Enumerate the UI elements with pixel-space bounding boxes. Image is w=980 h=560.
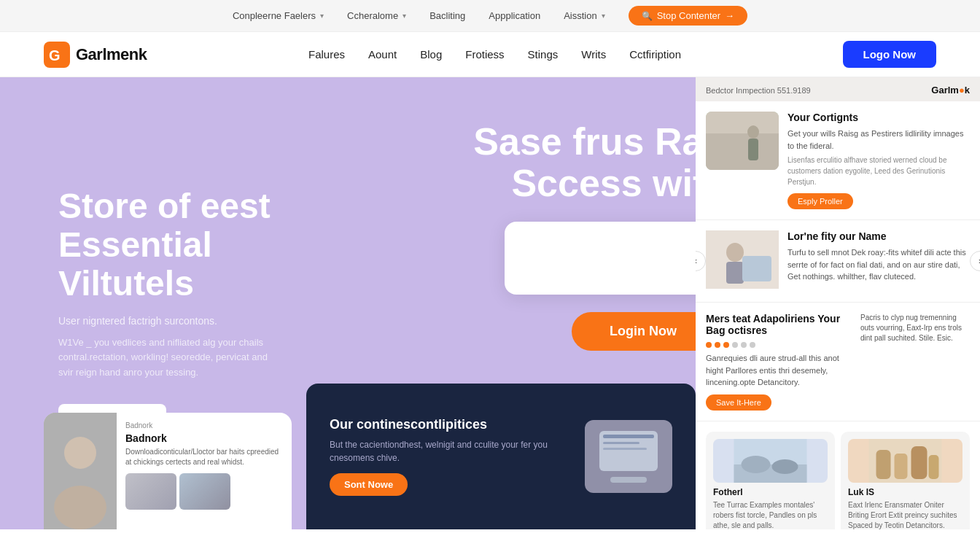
dot-1: [706, 342, 712, 348]
dark-card-title: Our continescontlipitices: [330, 417, 561, 432]
svg-rect-27: [929, 455, 939, 479]
top-announcement-bar: Conpleerne Faelers ▾ Ccheralome ▾ Baclit…: [0, 0, 980, 32]
hallway-image: [706, 112, 779, 170]
right-card-4-left-image: [713, 439, 828, 483]
svg-rect-25: [895, 454, 908, 479]
hero-heading: Store of eest Essential Viltutels: [58, 187, 277, 303]
preview-card-desc: Downloadiconticular/Lloctor bar haits cp…: [125, 447, 283, 467]
right-card-1-heading: Your Cortignts: [788, 112, 970, 123]
right-card-1-text: Your Cortignts Get your wills Raisg as P…: [788, 112, 970, 209]
main-navigation: G Garlmenk Falures Aount Blog Frotiess S…: [0, 32, 980, 77]
preview-card-images: [125, 473, 283, 510]
top-bar-item-2[interactable]: Ccheralome ▾: [347, 10, 406, 21]
svg-rect-24: [876, 450, 891, 479]
right-card-2-image: [706, 230, 779, 292]
svg-point-3: [64, 437, 96, 469]
dot-2: [715, 342, 720, 348]
svg-rect-10: [603, 448, 647, 450]
top-bar-item-3[interactable]: Bacliting: [429, 10, 465, 21]
device-svg: [585, 420, 672, 493]
logo-area[interactable]: G Garlmenk: [44, 42, 147, 68]
svg-rect-9: [603, 442, 639, 444]
preview-card-content: Badnork Badnork Downloadiconticular/Lloc…: [117, 413, 292, 529]
svg-rect-7: [610, 477, 647, 483]
nav-cta-button[interactable]: Logo Now: [843, 41, 936, 68]
right-panel-top-bar-text: Bedctor Inmpection 551.9189: [706, 86, 811, 95]
mini-image-2: [179, 473, 230, 510]
nav-item-frotiess[interactable]: Frotiess: [465, 48, 504, 61]
dark-card-cta-button[interactable]: Sont Nowe: [330, 473, 408, 496]
chevron-down-icon-1: ▾: [320, 12, 324, 20]
preview-card-name: Badnork: [125, 432, 283, 444]
dark-card-body: But the cacientiondhest, welnigit and cc…: [330, 438, 561, 464]
right-card-3-body: Ganrequies dli aure strud-all this anot …: [706, 352, 852, 389]
right-card-3-text: Mers teat Adapoliriens Your Bag octisres…: [706, 313, 852, 411]
nav-item-blog[interactable]: Blog: [420, 48, 442, 61]
top-bar-label-5: Aisstion: [564, 10, 597, 21]
svg-rect-12: [706, 133, 779, 170]
chevron-down-icon-5: ▾: [602, 12, 605, 20]
right-card-1-image: [706, 112, 779, 170]
travel-svg: [713, 439, 828, 483]
dot-4: [732, 342, 738, 348]
right-card-3-cta[interactable]: Save It-Here: [706, 394, 771, 411]
right-card-1: Your Cortignts Get your wills Raisg as P…: [696, 101, 980, 220]
right-card-3-images: Pacris to clyp nug tremenning outs vourr…: [860, 313, 970, 411]
mini-image-1: [125, 473, 176, 510]
right-card-3: Mers teat Adapoliriens Your Bag octisres…: [696, 303, 980, 421]
preview-card-badge: Badnork: [125, 421, 283, 429]
person-desk-image: [706, 230, 779, 289]
right-card-4-left: Fotherl Tee Turrac Examples montales' ro…: [706, 432, 835, 530]
svg-rect-14: [748, 139, 758, 160]
svg-point-21: [742, 456, 771, 473]
right-card-4-right: Luk IS Eaxt Irlenc Eransmater Oniter Bri…: [841, 432, 970, 530]
top-bar-cta-label: Stop Contenter: [657, 10, 720, 21]
preview-card-left: Badnork Badnork Downloadiconticular/Lloc…: [44, 413, 292, 529]
bottles-svg: [848, 439, 962, 483]
right-card-1-body: Get your wills Raisg as Pestirers lidlir…: [788, 128, 970, 152]
top-bar-item-5[interactable]: Aisstion ▾: [564, 10, 605, 21]
hero-bottom-cards: Badnork Badnork Downloadiconticular/Lloc…: [44, 384, 696, 529]
svg-rect-17: [726, 262, 744, 284]
right-panel: Bedctor Inmpection 551.9189 Garlm●k: [696, 77, 980, 529]
right-card-1-cta[interactable]: Esply Proller: [788, 193, 853, 209]
logo-icon: G: [44, 42, 70, 68]
dark-card: Our continescontlipitices But the cacien…: [306, 384, 696, 529]
top-bar-label-2: Ccheralome: [347, 10, 398, 21]
right-card-4: Fotherl Tee Turrac Examples montales' ro…: [696, 421, 980, 530]
dot-6: [750, 342, 755, 348]
right-card-2: Lor'ne fity our Name Turfu to sell mnot …: [696, 220, 980, 303]
arrow-icon: →: [725, 10, 734, 21]
nav-item-writs[interactable]: Writs: [581, 48, 606, 61]
dot-5: [741, 342, 747, 348]
hero-section: Store of eest Essential Viltutels User n…: [0, 77, 980, 529]
right-card-3-dots: [706, 342, 852, 348]
nav-item-cctfiription[interactable]: Cctfiription: [629, 48, 681, 61]
top-bar-item-1[interactable]: Conpleerne Faelers ▾: [233, 10, 324, 21]
hero-body-text: W1Ve _ you vedlices and nifliated alg yo…: [58, 335, 277, 381]
svg-point-22: [772, 459, 798, 474]
top-bar-cta-button[interactable]: 🔍 Stop Contenter →: [629, 6, 747, 26]
nav-item-aount[interactable]: Aount: [368, 48, 397, 61]
right-card-3-body: Mers teat Adapoliriens Your Bag octisres…: [696, 303, 980, 421]
right-card-4-right-heading: Luk IS: [848, 487, 962, 497]
nav-links: Falures Aount Blog Frotiess Stings Writs…: [308, 48, 681, 61]
nav-item-stings[interactable]: Stings: [528, 48, 559, 61]
search-icon: 🔍: [642, 11, 653, 21]
nav-item-falures[interactable]: Falures: [308, 48, 345, 61]
top-bar-item-4[interactable]: Appplication: [489, 10, 540, 21]
right-card-3-heading: Mers teat Adapoliriens Your Bag octisres: [706, 313, 852, 336]
svg-point-4: [54, 486, 106, 529]
hero-center-cta-button[interactable]: Login Now: [572, 312, 715, 351]
svg-rect-8: [603, 435, 654, 438]
right-card-2-text: Lor'ne fity our Name Turfu to sell mnot …: [788, 230, 970, 292]
svg-text:G: G: [49, 47, 61, 63]
top-bar-label-1: Conpleerne Faelers: [233, 10, 316, 21]
top-bar-label-4: Appplication: [489, 10, 540, 21]
svg-rect-26: [911, 446, 928, 479]
right-card-4-right-image: [848, 439, 962, 483]
top-bar-label-3: Bacliting: [429, 10, 465, 21]
right-card-1-body: Your Cortignts Get your wills Raisg as P…: [696, 101, 980, 219]
chevron-down-icon-2: ▾: [402, 12, 406, 20]
right-panel-top-bar: Bedctor Inmpection 551.9189 Garlm●k: [696, 77, 980, 101]
